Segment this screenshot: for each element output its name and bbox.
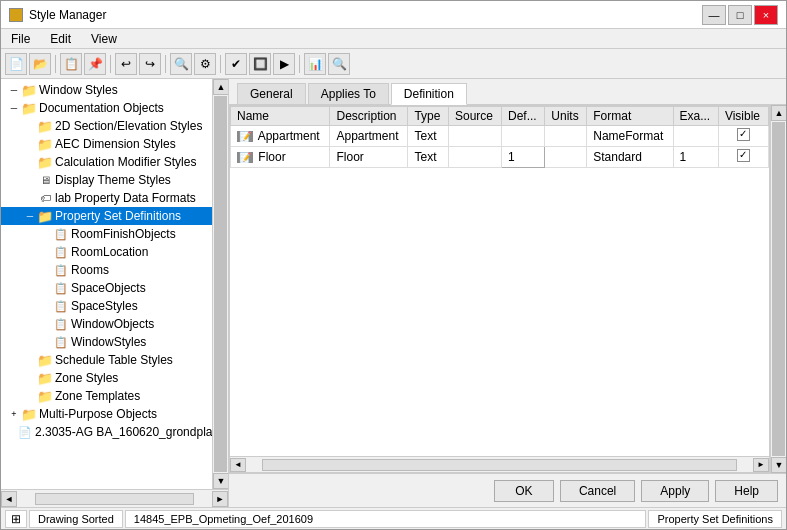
tb-redo[interactable]: ↪ [139,53,161,75]
status-bar: ⊞ Drawing Sorted 14845_EPB_Opmeting_Oef_… [1,507,786,529]
tree-label: Multi-Purpose Objects [39,407,157,421]
tb-sep4 [220,55,221,73]
cancel-button[interactable]: Cancel [560,480,635,502]
col-units: Units [545,107,587,126]
tb-copy[interactable]: 📋 [60,53,82,75]
left-vscroll: ▲ ▼ [212,79,228,489]
close-button[interactable]: × [754,5,778,25]
expand-icon[interactable]: ─ [7,101,21,115]
tab-applies-to[interactable]: Applies To [308,83,389,104]
status-context: Property Set Definitions [648,510,782,528]
tb-check[interactable]: ✔ [225,53,247,75]
tree-item-calc[interactable]: 📁 Calculation Modifier Styles [1,153,212,171]
tree-item-winobj[interactable]: 📋 WindowObjects [1,315,212,333]
tb-undo[interactable]: ↩ [115,53,137,75]
tree-label: Window Styles [39,83,118,97]
tb-new[interactable]: 📄 [5,53,27,75]
tree-item-doc-obj[interactable]: ─ 📁 Documentation Objects [1,99,212,117]
content-hscroll[interactable] [262,459,737,471]
tree-item-aec[interactable]: 📁 AEC Dimension Styles [1,135,212,153]
cell-name-text: Floor [258,150,285,164]
title-bar-left: Style Manager [9,8,106,22]
content-area: Name Description Type Source Def... Unit… [229,105,770,473]
menu-bar: File Edit View [1,29,786,49]
expand-icon[interactable]: ─ [23,209,37,223]
tree-item-propset[interactable]: ─ 📁 Property Set Definitions [1,207,212,225]
tree-item-zone-templ[interactable]: 📁 Zone Templates [1,387,212,405]
tb-box2[interactable]: ▶ [273,53,295,75]
tree-label: Display Theme Styles [55,173,171,187]
tb-box1[interactable]: 🔲 [249,53,271,75]
content-scroll-right[interactable]: ► [753,458,769,472]
left-hscroll[interactable] [35,493,194,505]
tb-paste[interactable]: 📌 [84,53,106,75]
scroll-right-arrow[interactable]: ► [212,491,228,507]
expand-icon[interactable] [23,119,37,133]
tree-item-spacestyles[interactable]: 📋 SpaceStyles [1,297,212,315]
scroll-thumb[interactable] [214,96,227,472]
tab-general[interactable]: General [237,83,306,104]
tb-filter[interactable]: 🔍 [170,53,192,75]
tree-item-file[interactable]: 📄 2.3035-AG BA_160620_grondplannen [1,423,212,441]
col-name: Name [231,107,330,126]
vscroll-down[interactable]: ▼ [771,457,786,473]
expand-icon[interactable] [23,389,37,403]
content-scroll-left[interactable]: ◄ [230,458,246,472]
col-type: Type [408,107,449,126]
tb-open[interactable]: 📂 [29,53,51,75]
scroll-down-arrow[interactable]: ▼ [213,473,228,489]
tb-zoom[interactable]: 🔍 [328,53,350,75]
expand-icon[interactable] [23,371,37,385]
folder-icon: 📁 [21,82,37,98]
status-icon-glyph: ⊞ [11,512,21,526]
tree-item-spaceobj[interactable]: 📋 SpaceObjects [1,279,212,297]
expand-icon[interactable] [23,137,37,151]
tree-item-roomfinish[interactable]: 📋 RoomFinishObjects [1,225,212,243]
tree-label: WindowObjects [71,317,154,331]
menu-view[interactable]: View [85,31,123,47]
tree-item-roomloc[interactable]: 📋 RoomLocation [1,243,212,261]
tree-item-rooms[interactable]: 📋 Rooms [1,261,212,279]
cell-example [673,126,718,147]
tree-item-winstyles[interactable]: 📋 WindowStyles [1,333,212,351]
tree-label: RoomLocation [71,245,148,259]
expand-icon[interactable] [23,155,37,169]
col-example: Exa... [673,107,718,126]
table-row[interactable]: 📝 Appartment Appartment Text NameFormat [231,126,769,147]
scroll-up-arrow[interactable]: ▲ [213,79,228,95]
maximize-button[interactable]: □ [728,5,752,25]
expand-icon[interactable]: ─ [7,83,21,97]
expand-icon[interactable] [23,353,37,367]
visible-checkbox[interactable] [737,128,750,141]
tree-label: Zone Templates [55,389,140,403]
menu-file[interactable]: File [5,31,36,47]
tree-item-sched[interactable]: 📁 Schedule Table Styles [1,351,212,369]
tree-item-display[interactable]: 🖥 Display Theme Styles [1,171,212,189]
apply-button[interactable]: Apply [641,480,709,502]
tab-definition[interactable]: Definition [391,83,467,105]
ok-button[interactable]: OK [494,480,554,502]
visible-checkbox[interactable] [737,149,750,162]
tree-item-win-styles[interactable]: ─ 📁 Window Styles [1,81,212,99]
cell-name: 📝 Floor [231,147,330,168]
table-row[interactable]: 📝 Floor Floor Text 1 Standard 1 [231,147,769,168]
menu-edit[interactable]: Edit [44,31,77,47]
tree-item-lab[interactable]: 🏷 lab Property Data Formats [1,189,212,207]
folder-icon: 📁 [37,118,53,134]
tree-item-zone-styles[interactable]: 📁 Zone Styles [1,369,212,387]
vscroll-thumb[interactable] [772,122,785,456]
scroll-left-arrow[interactable]: ◄ [1,491,17,507]
tb-settings[interactable]: ⚙ [194,53,216,75]
tree-label: AEC Dimension Styles [55,137,176,151]
expand-icon [23,173,37,187]
help-button[interactable]: Help [715,480,778,502]
minimize-button[interactable]: — [702,5,726,25]
bottom-hscroll-row: ◄ ► [230,456,769,472]
vscroll-up[interactable]: ▲ [771,105,786,121]
table-scroll[interactable]: Name Description Type Source Def... Unit… [230,106,769,456]
tree-item-multi[interactable]: + 📁 Multi-Purpose Objects [1,405,212,423]
expand-icon[interactable]: + [7,407,21,421]
col-visible: Visible [718,107,768,126]
tb-report[interactable]: 📊 [304,53,326,75]
tree-item-2d[interactable]: 📁 2D Section/Elevation Styles [1,117,212,135]
